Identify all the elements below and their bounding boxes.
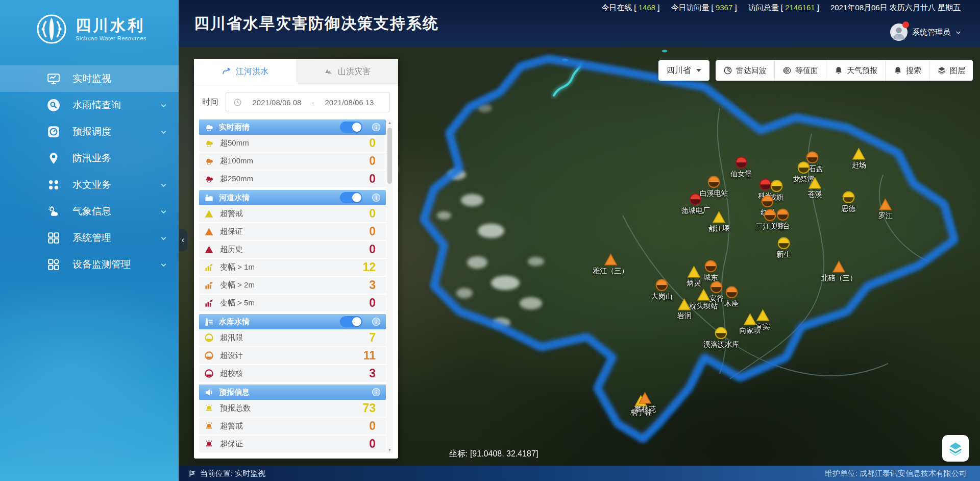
alarm-icon [204,439,214,449]
warning-triangle-icon [808,177,822,189]
sidebar-item-气象信息[interactable]: 气象信息 [0,198,179,225]
location-flag-icon [188,469,197,478]
map-tool-等值面[interactable]: 等值面 [774,60,826,81]
stat-row-label: 超汛限 [220,333,243,343]
basemap-switcher-button[interactable] [942,435,969,462]
stat-row-value: 3 [369,367,376,380]
info-icon[interactable] [372,123,381,132]
avatar [890,23,908,41]
station-marker-思德[interactable]: 思德 [842,191,856,213]
time-filter-row: 时间 2021/08/06 08 - 2021/08/06 13 [194,84,398,118]
station-marker-岩润[interactable]: 岩润 [677,298,692,321]
section-toggle[interactable] [340,316,362,327]
section-title: 河道水情 [219,193,250,203]
sichuan-water-logo-icon [36,13,67,45]
time-range-input[interactable]: 2021/08/06 08 - 2021/08/06 13 [226,92,390,112]
scroll-down-arrow[interactable]: ▼ [386,448,393,452]
sidebar-item-系统管理[interactable]: 系统管理 [0,225,179,251]
chevron-down-icon [160,234,167,242]
map-tool-搜索[interactable]: 搜索 [885,60,929,81]
info-icon[interactable] [372,317,381,326]
station-marker-枕头坝站[interactable]: 枕头坝站 [689,288,718,311]
tab-mountain-flood[interactable]: 山洪灾害 [296,59,398,84]
section-header-预报信息: 预报信息 [199,384,386,400]
stat-row-value: 0 [369,172,376,186]
station-label: 思德 [842,204,856,213]
station-marker-北碚（三）[interactable]: 北碚（三） [821,260,857,283]
station-marker-溪洛渡水库[interactable]: 溪洛渡水库 [703,327,739,349]
stat-item: 今日在线 [ 1468 ] [601,3,659,12]
station-label: 炳灵 [687,279,701,288]
map-canvas[interactable]: 仙女堡白溪电站蒲城电厂科光战旗红岩三江美亚明台上石盘龙祭潭赶场苍溪思德罗江都江堰… [179,47,980,466]
station-marker-罗江[interactable]: 罗江 [878,198,893,221]
sidebar-item-水雨情查询[interactable]: 水雨情查询 [0,92,179,118]
sidebar-item-label: 设备监测管理 [72,258,131,271]
sidebar-item-预报调度[interactable]: 预报调度 [0,118,179,145]
logo-title: 四川水利 [76,17,146,34]
sidebar-item-设备监测管理[interactable]: 设备监测管理 [0,251,179,278]
sidebar-collapse-handle[interactable]: ‹ [179,229,187,251]
reservoir-icon [204,317,214,327]
region-selector[interactable]: 四川省 [658,60,709,81]
station-marker-炳灵[interactable]: 炳灵 [687,266,701,288]
station-marker-都江堰[interactable]: 都江堰 [708,211,729,233]
stat-row-label: 超50mm [220,138,249,148]
sidebar-item-实时监视[interactable]: 实时监视 [0,65,179,92]
station-marker-赶场[interactable]: 赶场 [852,148,866,170]
stat-row-value: 0 [369,437,376,451]
sidebar-item-水文业务[interactable]: 水文业务 [0,172,179,198]
stat-row-value: 11 [363,349,376,363]
section-toggle[interactable] [340,192,362,203]
stat-row-value: 73 [362,401,376,415]
stat-row-label: 预报总数 [220,403,251,413]
station-marker-城东[interactable]: 城东 [703,260,718,282]
stat-row-value: 7 [369,331,376,345]
map-tool-天气预报[interactable]: 天气预报 [826,60,885,81]
map-tool-雷达回波[interactable]: 雷达回波 [716,60,774,81]
station-marker-雅江（三）[interactable]: 雅江（三） [593,253,628,276]
scroll-thumb[interactable] [387,128,392,184]
sidebar: 四川水利 Sichuan Water Resources 实时监视水雨情查询预报… [0,0,179,481]
station-marker-宜宾[interactable]: 宜宾 [756,309,770,331]
info-icon[interactable] [372,388,381,397]
info-icon[interactable] [372,193,381,202]
station-label: 岩润 [677,311,692,321]
scroll-up-arrow[interactable]: ▲ [386,121,393,125]
station-marker-仙女堡[interactable]: 仙女堡 [730,156,752,179]
station-marker-攀枝花[interactable]: 攀枝花 [634,392,656,414]
rain-icon [204,174,214,184]
user-menu[interactable]: 系统管理员 [890,23,962,41]
stat-row-label: 超警戒 [220,421,243,431]
stat-row-value: 0 [369,419,376,433]
triangle-icon [204,245,214,254]
water-level-circle-icon [655,279,668,292]
tab-river-flood[interactable]: 江河洪水 [194,59,296,84]
page-title: 四川省水旱灾害防御决策支持系统 [194,13,439,34]
panel-section-list: 实时雨情超50mm0超100mm0超250mm0河道水情超警戒0超保证0超历史0… [199,119,386,453]
station-marker-蒲城电厂[interactable]: 蒲城电厂 [681,193,710,215]
map-tool-group: 雷达回波等值面天气预报搜索图层 [716,60,973,81]
triangle-icon [204,227,214,236]
bell-icon [893,66,902,75]
station-label: 都江堰 [708,224,729,233]
chevron-down-icon [160,181,167,189]
section-header-河道水情: 河道水情 [199,190,386,205]
station-marker-苍溪[interactable]: 苍溪 [808,177,822,199]
station-marker-大岗山[interactable]: 大岗山 [651,279,673,301]
section-toggle[interactable] [340,122,362,133]
contour-icon [782,66,792,75]
panel-scrollbar[interactable]: ▲ ▼ [386,119,393,453]
sidebar-item-防汛业务[interactable]: 防汛业务 [0,145,179,172]
station-marker-木座[interactable]: 木座 [724,286,739,308]
footer-bar: 当前位置: 实时监视 维护单位: 成都江泰讯安信息技术有限公司 [179,466,980,481]
region-selector-label: 四川省 [667,65,691,76]
stat-row-变幅 > 5m: 变幅 > 5m0 [199,295,386,312]
gauge-icon [204,369,214,378]
station-marker-新生[interactable]: 新生 [776,237,791,259]
station-label: 赶场 [852,161,866,170]
warning-triangle-icon [852,148,866,160]
station-marker-明台[interactable]: 明台 [776,208,790,231]
map-tool-图层[interactable]: 图层 [929,60,973,81]
stat-row-value: 12 [362,260,376,274]
chart-icon [204,298,214,308]
